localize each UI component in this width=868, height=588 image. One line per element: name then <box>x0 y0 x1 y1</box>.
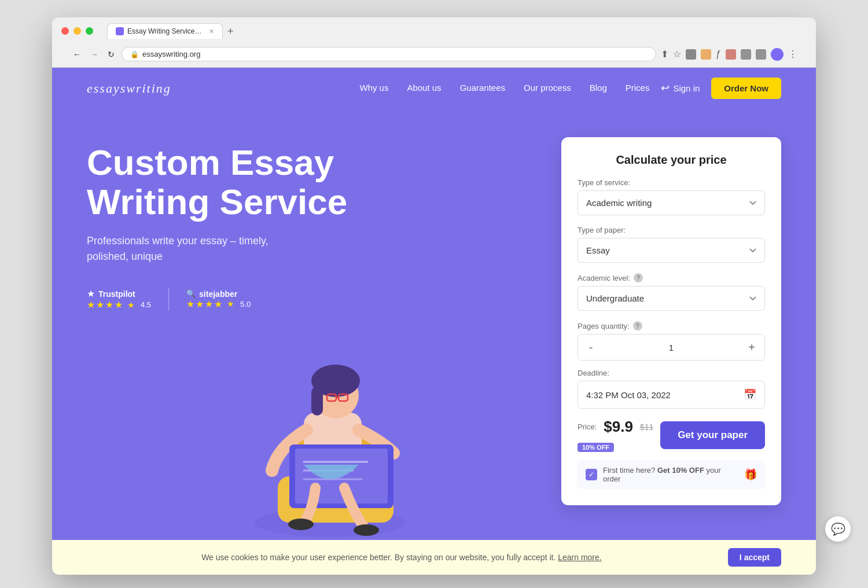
share-icon[interactable]: ⬆ <box>661 49 668 60</box>
extension-icon-1[interactable] <box>686 49 696 60</box>
trustpilot-logo-row: ★ Trustpilot <box>87 288 135 299</box>
price-calculator: Calculate your price Type of service: Ac… <box>561 137 781 505</box>
tab-close-icon[interactable]: ✕ <box>209 28 214 35</box>
minimize-button[interactable] <box>73 27 81 35</box>
discount-badge-wrapper: 10% OFF <box>578 442 653 452</box>
bookmark-icon[interactable]: ☆ <box>673 49 681 60</box>
site-logo[interactable]: ESSAYSwriting <box>87 79 171 97</box>
first-time-text: First time here? Get 10% OFF your order <box>603 466 738 483</box>
pages-group: Pages quantity: ? - 1 + <box>578 321 765 361</box>
new-tab-button[interactable]: + <box>225 26 236 36</box>
pages-plus-button[interactable]: + <box>739 335 764 360</box>
browser-titlebar: Essay Writing Service - Hire a... ✕ + ← … <box>52 17 816 68</box>
sidebar-icon[interactable] <box>756 49 766 60</box>
refresh-button[interactable]: ↻ <box>105 49 117 60</box>
pages-stepper: - 1 + <box>578 334 765 361</box>
deadline-picker[interactable]: 4:32 PM Oct 03, 2022 📅 <box>578 381 765 409</box>
logo-script: writing <box>126 81 171 95</box>
get-paper-button[interactable]: Get your paper <box>660 421 765 449</box>
hero-subtitle: Professionals write your essay – timely,… <box>87 233 561 264</box>
address-bar-row: ← → ↻ 🔒 essayswriting.org ⬆ ☆ ƒ ⋮ <box>61 43 807 67</box>
trust-divider <box>168 288 169 311</box>
ssl-lock-icon: 🔒 <box>130 50 139 58</box>
paper-type-select[interactable]: Essay <box>578 238 765 263</box>
paper-type-group: Type of paper: Essay <box>578 226 765 271</box>
level-help-icon[interactable]: ? <box>634 273 643 282</box>
service-label: Type of service: <box>578 178 765 187</box>
trustpilot-stars-row: ★★★★ ★ 4.5 <box>87 299 151 310</box>
service-type-select[interactable]: Academic writing <box>578 190 765 215</box>
level-label: Academic level: ? <box>578 273 765 282</box>
pages-minus-button[interactable]: - <box>578 335 604 360</box>
deadline-group: Deadline: 4:32 PM Oct 03, 2022 📅 <box>578 369 765 409</box>
gift-icon: 🎁 <box>744 468 757 481</box>
price-row: Price: $9.9 $11 <box>578 418 653 436</box>
first-time-offer: ✓ First time here? Get 10% OFF your orde… <box>578 460 765 489</box>
deadline-value: 4:32 PM Oct 03, 2022 <box>586 390 671 400</box>
price-label: Price: <box>578 422 597 431</box>
hero-title: Custom Essay Writing Service <box>87 143 561 222</box>
chat-icon: 💬 <box>831 522 845 536</box>
cookie-message: We use cookies to make your user experie… <box>87 553 716 562</box>
calendar-icon: 📅 <box>744 388 756 401</box>
browser-tabs: Essay Writing Service - Hire a... ✕ + <box>107 23 236 39</box>
chat-button[interactable]: 💬 <box>825 516 851 542</box>
site-nav: ESSAYSwriting Why us About us Guarantees… <box>52 68 816 108</box>
browser-window: Essay Writing Service - Hire a... ✕ + ← … <box>52 17 816 575</box>
academic-level-group: Academic level: ? Undergraduate <box>578 273 765 319</box>
website-content: ESSAYSwriting Why us About us Guarantees… <box>52 68 816 575</box>
trustpilot-stars: ★★★★ <box>87 299 124 310</box>
menu-icon[interactable]: ⋮ <box>788 49 797 60</box>
close-button[interactable] <box>61 27 69 35</box>
pages-help-icon[interactable]: ? <box>633 321 642 330</box>
deadline-label: Deadline: <box>578 369 765 377</box>
logo-main: ESSAYS <box>87 81 126 95</box>
nav-prices[interactable]: Prices <box>626 83 650 93</box>
learn-more-link[interactable]: Learn more. <box>558 553 601 562</box>
signin-icon: ↩ <box>661 82 670 94</box>
browser-controls: Essay Writing Service - Hire a... ✕ + <box>61 23 807 39</box>
price-info: Price: $9.9 $11 10% OFF <box>578 418 653 452</box>
order-now-button[interactable]: Order Now <box>711 78 781 99</box>
price-original: $11 <box>640 422 653 432</box>
profile-avatar[interactable] <box>771 48 784 61</box>
url-bar[interactable]: 🔒 essayswriting.org <box>122 47 656 61</box>
calc-title: Calculate your price <box>578 153 765 167</box>
svg-rect-6 <box>311 387 323 416</box>
url-text: essayswriting.org <box>142 50 648 58</box>
paper-label: Type of paper: <box>578 226 765 234</box>
cookie-accept-button[interactable]: I accept <box>728 548 781 567</box>
signin-button[interactable]: ↩ Sign in <box>661 82 700 94</box>
active-tab[interactable]: Essay Writing Service - Hire a... ✕ <box>107 23 223 39</box>
extension-icon-2[interactable] <box>701 49 711 60</box>
tab-title: Essay Writing Service - Hire a... <box>127 27 203 35</box>
signin-label: Sign in <box>673 83 700 93</box>
tab-favicon <box>116 27 124 35</box>
nav-why-us[interactable]: Why us <box>359 83 388 93</box>
extension-puzzle-icon[interactable] <box>741 49 751 60</box>
nav-about-us[interactable]: About us <box>407 83 441 93</box>
extension-icon-4[interactable] <box>726 49 736 60</box>
forward-button[interactable]: → <box>88 49 101 60</box>
price-value: $9.9 <box>604 418 633 436</box>
svg-point-16 <box>354 524 379 536</box>
nav-blog[interactable]: Blog <box>590 83 607 93</box>
extension-icon-3[interactable]: ƒ <box>716 49 721 60</box>
trustpilot-score: 4.5 <box>141 300 151 309</box>
academic-level-select[interactable]: Undergraduate <box>578 286 765 311</box>
hero-left: Custom Essay Writing Service Professiona… <box>87 131 561 311</box>
cookie-bar: We use cookies to make your user experie… <box>52 540 816 575</box>
hero-section: Custom Essay Writing Service Professiona… <box>52 108 816 540</box>
price-action-row: Price: $9.9 $11 10% OFF Get your paper <box>578 418 765 452</box>
toolbar-icons: ⬆ ☆ ƒ ⋮ <box>661 48 797 61</box>
svg-point-15 <box>288 519 314 530</box>
nav-our-process[interactable]: Our process <box>524 83 571 93</box>
nav-guarantees[interactable]: Guarantees <box>460 83 505 93</box>
trustpilot-label: Trustpilot <box>98 289 135 299</box>
first-time-checkbox[interactable]: ✓ <box>586 469 597 480</box>
maximize-button[interactable] <box>86 27 93 35</box>
service-type-group: Type of service: Academic writing <box>578 178 765 223</box>
pages-label: Pages quantity: ? <box>578 321 765 330</box>
back-button[interactable]: ← <box>71 49 83 60</box>
trustpilot-badge[interactable]: ★ Trustpilot ★★★★ ★ 4.5 <box>87 288 151 310</box>
